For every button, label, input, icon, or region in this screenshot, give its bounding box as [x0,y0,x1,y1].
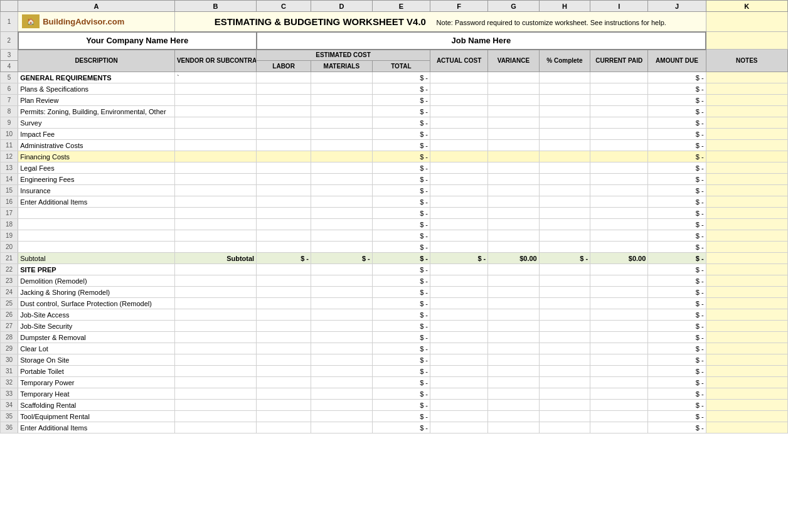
cell-labor[interactable] [257,140,311,151]
cell-actual-cost[interactable] [430,72,487,83]
cell-labor[interactable] [257,275,311,287]
cell-current-paid[interactable] [590,162,648,174]
cell-total[interactable]: $ - [372,185,430,196]
cell-vendor[interactable] [174,321,256,332]
cell-amount-due[interactable]: $ - [648,151,706,162]
cell-variance[interactable] [488,366,539,377]
cell-notes[interactable] [706,83,787,95]
cell-amount-due[interactable]: $ - [648,129,706,140]
cell-actual-cost[interactable] [430,162,487,174]
cell-total[interactable]: $ - [372,287,430,298]
cell-variance[interactable] [488,264,539,275]
cell-labor[interactable] [257,162,311,174]
cell-pct-complete[interactable] [539,140,590,151]
cell-total[interactable]: $ - [372,83,430,95]
cell-description[interactable]: GENERAL REQUIREMENTS [18,72,175,83]
cell-description[interactable]: Jacking & Shoring (Remodel) [18,287,175,298]
cell-notes[interactable] [706,151,787,162]
cell-amount-due[interactable]: $ - [648,106,706,117]
cell-total[interactable]: $ - [372,117,430,129]
cell-actual-cost[interactable] [430,366,487,377]
cell-notes[interactable] [706,400,787,411]
cell-description[interactable]: Plan Review [18,95,175,106]
cell-pct-complete[interactable] [539,174,590,185]
cell-notes[interactable] [706,287,787,298]
cell-variance[interactable] [488,309,539,321]
cell-materials[interactable] [311,95,373,106]
cell-pct-complete[interactable] [539,264,590,275]
cell-notes[interactable] [706,106,787,117]
cell-description[interactable] [18,242,175,253]
cell-amount-due[interactable]: $ - [648,174,706,185]
cell-materials[interactable] [311,208,373,219]
cell-labor[interactable] [257,298,311,309]
cell-total[interactable]: $ - [372,275,430,287]
cell-materials[interactable] [311,388,373,400]
cell-vendor[interactable]: ` [174,72,256,83]
cell-current-paid[interactable] [590,129,648,140]
cell-variance[interactable] [488,377,539,388]
cell-description[interactable]: Demolition (Remodel) [18,275,175,287]
cell-pct-complete[interactable] [539,298,590,309]
cell-total[interactable]: $ - [372,230,430,242]
cell-variance[interactable] [488,354,539,366]
cell-description[interactable]: Tool/Equipment Rental [18,411,175,422]
cell-vendor[interactable] [174,354,256,366]
cell-pct-complete[interactable] [539,343,590,354]
cell-amount-due[interactable]: $ - [648,185,706,196]
cell-current-paid[interactable] [590,332,648,343]
cell-current-paid[interactable] [590,411,648,422]
cell-labor[interactable] [257,411,311,422]
cell-amount-due[interactable]: $ - [648,400,706,411]
cell-current-paid[interactable] [590,117,648,129]
cell-total[interactable]: $ - [372,174,430,185]
cell-pct-complete[interactable] [539,400,590,411]
cell-amount-due[interactable]: $ - [648,140,706,151]
cell-materials[interactable] [311,377,373,388]
cell-total[interactable]: $ - [372,332,430,343]
cell-actual-cost[interactable] [430,388,487,400]
cell-actual-cost[interactable] [430,332,487,343]
cell-amount-due[interactable]: $ - [648,242,706,253]
cell-notes[interactable] [706,275,787,287]
cell-variance[interactable] [488,332,539,343]
cell-notes[interactable] [706,208,787,219]
cell-actual-cost[interactable] [430,400,487,411]
job-name-cell[interactable]: Job Name Here [257,32,706,50]
cell-notes[interactable] [706,129,787,140]
cell-total[interactable]: $ - [372,366,430,377]
cell-variance[interactable] [488,422,539,434]
cell-labor[interactable] [257,343,311,354]
cell-variance[interactable] [488,196,539,208]
cell-labor[interactable] [257,354,311,366]
cell-description[interactable]: Enter Additional Items [18,422,175,434]
cell-notes[interactable] [706,162,787,174]
cell-amount-due[interactable]: $ - [648,72,706,83]
cell-variance[interactable] [488,185,539,196]
cell-notes[interactable] [706,72,787,83]
cell-vendor[interactable] [174,196,256,208]
cell-materials[interactable] [311,129,373,140]
cell-labor[interactable] [257,185,311,196]
cell-labor[interactable] [257,72,311,83]
cell-vendor[interactable] [174,377,256,388]
cell-materials[interactable] [311,151,373,162]
cell-amount-due[interactable]: $ - [648,117,706,129]
cell-pct-complete[interactable] [539,275,590,287]
cell-variance[interactable] [488,106,539,117]
cell-vendor[interactable] [174,117,256,129]
cell-amount-due[interactable]: $ - [648,411,706,422]
cell-total[interactable]: $ - [372,343,430,354]
cell-description[interactable] [18,230,175,242]
cell-total[interactable]: $ - [372,264,430,275]
cell-pct-complete[interactable] [539,422,590,434]
cell-vendor[interactable] [174,219,256,230]
cell-description[interactable]: Administrative Costs [18,140,175,151]
cell-amount-due[interactable]: $ - [648,287,706,298]
cell-actual-cost[interactable] [430,411,487,422]
cell-total[interactable]: $ - [372,151,430,162]
cell-actual-cost[interactable] [430,174,487,185]
cell-total[interactable]: $ - [372,196,430,208]
cell-labor[interactable] [257,400,311,411]
cell-total[interactable]: $ - [372,140,430,151]
